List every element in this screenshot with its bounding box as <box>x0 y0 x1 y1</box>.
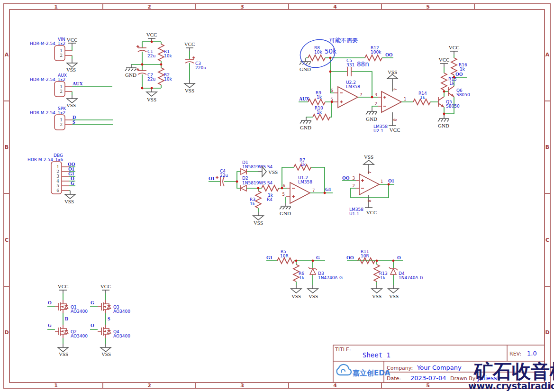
net-label-o1[interactable]: O1 <box>209 176 215 181</box>
power-label-vcc[interactable]: VCC <box>184 41 195 47</box>
power-label-vss[interactable]: VSS <box>66 67 76 73</box>
net-label-aux[interactable]: AUX <box>299 96 309 101</box>
annotation-note[interactable]: 可能不需要 <box>329 37 358 44</box>
power-label-vss[interactable]: VSS <box>254 220 263 226</box>
connector-aux[interactable]: AUX HDR-M-2.54_1x2 1 2 <box>30 73 72 97</box>
power-label-gnd[interactable]: GND <box>300 125 311 130</box>
power-label-gnd[interactable]: GND <box>300 66 311 72</box>
capacitor-c3[interactable]: C3 220u <box>185 56 206 70</box>
resistor-r3[interactable]: R3 1k <box>250 191 261 208</box>
part-value: 10k <box>164 54 172 58</box>
diode-d3[interactable]: D3 1N4740A-G <box>309 267 343 280</box>
power-label-vss[interactable]: VSS <box>372 293 381 299</box>
net-label-o[interactable]: O <box>91 323 94 328</box>
power-label-vcc[interactable]: VCC <box>100 283 111 289</box>
pin-number: 7 <box>360 92 362 97</box>
power-label-vss[interactable]: VSS <box>147 97 156 102</box>
net-label-oo[interactable]: OO <box>385 52 393 57</box>
part-value: 100k <box>371 50 381 55</box>
net-label-o[interactable]: O <box>397 255 401 260</box>
power-label-vss[interactable]: VSS <box>59 351 68 357</box>
net-label-g[interactable]: G <box>91 300 94 305</box>
resistor-r13[interactable]: R13 1k <box>374 264 388 282</box>
transistor-q5[interactable]: Q5 S8050 <box>438 97 460 109</box>
net-label-g1[interactable]: G1 <box>266 255 272 260</box>
transistor-q6[interactable]: Q6 S8050 <box>448 86 470 97</box>
net-label-g[interactable]: G <box>71 181 74 186</box>
resistor-r8[interactable]: R8 10k <box>308 46 325 61</box>
net-label-oo[interactable]: OO <box>455 72 463 77</box>
power-label-vcc[interactable]: VCC <box>449 45 460 50</box>
power-label-vss[interactable]: VSS <box>364 154 373 160</box>
resistor-r4[interactable]: 1k R4 <box>262 185 279 202</box>
wire-layer[interactable] <box>47 42 467 344</box>
power-label-vss[interactable]: VSS <box>309 293 318 299</box>
pin-number: 3 <box>56 174 59 179</box>
mosfet-q2[interactable]: Q2 AO3400 <box>55 325 88 338</box>
capacitor-c5[interactable]: C5 331 <box>346 58 354 76</box>
resistor-r2[interactable]: R2 10k <box>158 68 172 85</box>
diode-d2[interactable]: D2 1N5819WS S4 <box>241 176 273 191</box>
net-label-aux[interactable]: AUX <box>73 81 83 86</box>
capacitor-c4[interactable]: C4 22u <box>216 169 228 186</box>
resistor-r9[interactable]: R9 1k <box>308 91 325 105</box>
net-label-g[interactable]: G <box>316 255 320 260</box>
pin-number: 1 <box>60 48 63 53</box>
resistor-r10[interactable]: R10 1k <box>313 106 330 120</box>
resistor-r7[interactable]: R7 1k <box>294 158 311 170</box>
power-label-vcc[interactable]: VCC <box>366 210 377 215</box>
power-label-vss[interactable]: VSS <box>388 69 397 75</box>
annotation-r8-value[interactable]: 50k <box>325 47 336 55</box>
connector-spk[interactable]: SPK HDR-M-2.54_1x2 1 2 <box>30 106 72 130</box>
power-label-vcc[interactable]: VCC <box>67 37 78 43</box>
power-label-vss[interactable]: VSS <box>66 102 76 108</box>
pin-number: 1 <box>56 164 59 169</box>
resistor-r11[interactable]: R11 10R <box>358 249 375 264</box>
opamp-u1-2[interactable]: 6 5 7 U1.2 LM358 <box>282 175 315 203</box>
power-label-vss[interactable]: VSS <box>389 293 399 299</box>
capacitor-c1[interactable]: C1 22u <box>136 45 155 58</box>
power-label-vcc[interactable]: VCC <box>146 32 157 37</box>
annotation-c5-value[interactable]: 88n <box>357 60 369 68</box>
power-label-gnd[interactable]: GND <box>366 116 377 122</box>
net-label-d[interactable]: D <box>65 316 68 321</box>
power-label-vcc[interactable]: VCC <box>439 57 450 63</box>
net-label-g[interactable]: G <box>48 323 52 328</box>
resistor-r5[interactable]: R5 10R <box>277 249 294 264</box>
power-label-gnd[interactable]: GND <box>438 123 449 128</box>
net-label-s[interactable]: S <box>73 119 75 125</box>
resistor-r12[interactable]: R12 100k <box>365 46 382 61</box>
net-label-s[interactable]: S <box>108 316 110 321</box>
part-value: 10R <box>280 254 289 258</box>
net-label-o[interactable]: O <box>48 300 52 305</box>
diode-d4[interactable]: D4 1N4740A-G <box>389 267 423 280</box>
power-label-vcc[interactable]: VCC <box>390 127 400 133</box>
power-label-vss[interactable]: VSS <box>185 88 194 93</box>
power-label-vss[interactable]: VSS <box>101 351 111 357</box>
resistor-r1[interactable]: R1 10k <box>158 44 172 61</box>
border-row-label: A <box>5 52 9 58</box>
opamp-u2-2[interactable]: 6 5 7 U2.2 LM358 <box>331 80 363 108</box>
part-value: AO3400 <box>71 309 88 314</box>
opamp-u1-1[interactable]: 3 2 1 4 8 LM358 U1.1 <box>349 168 383 216</box>
connector-dbg[interactable]: DBG HDR-M-2.54_1x6 1 2 3 4 5 6 <box>27 153 69 194</box>
power-label-vcc[interactable]: VCC <box>58 283 69 289</box>
pin-number: 5 <box>282 192 285 197</box>
part-value: 22u <box>220 173 228 178</box>
resistor-r6[interactable]: R6 1k <box>293 264 305 282</box>
power-label-gnd[interactable]: GND <box>125 72 136 78</box>
mosfet-q3[interactable]: Q3 AO3400 <box>98 300 130 314</box>
power-label-vss[interactable]: VSS <box>268 169 278 175</box>
capacitor-c2[interactable]: C2 22u <box>136 68 155 82</box>
power-label-vss[interactable]: VSS <box>291 293 301 299</box>
power-label-gnd[interactable]: GND <box>280 210 291 216</box>
connector-vin[interactable]: VIN HDR-M-2.54_1x2 1 2 <box>30 37 72 61</box>
mosfet-q4[interactable]: Q4 AO3400 <box>98 325 130 338</box>
resistor-r14[interactable]: R14 1k <box>413 91 430 105</box>
net-label-oo[interactable]: OO <box>346 255 354 260</box>
net-label-o1[interactable]: O1 <box>388 178 394 183</box>
net-label-g1[interactable]: G1 <box>325 187 331 192</box>
net-label-oo[interactable]: OO <box>342 175 350 181</box>
mosfet-q1[interactable]: Q1 AO3400 <box>55 300 88 314</box>
power-label-vss[interactable]: VSS <box>64 199 74 204</box>
